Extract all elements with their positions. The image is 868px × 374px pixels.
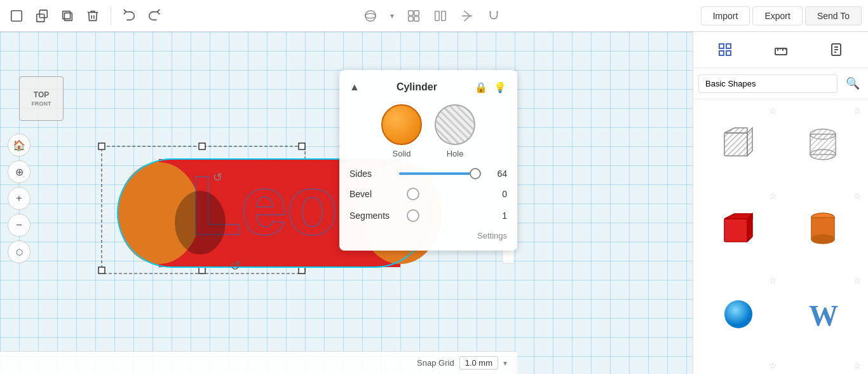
star-icon-5[interactable]: ☆: [769, 275, 777, 286]
hole-option[interactable]: Hole: [435, 104, 475, 158]
tab-notes[interactable]: [810, 37, 863, 62]
svg-rect-34: [726, 44, 731, 48]
sides-label: Sides: [349, 169, 393, 179]
star-icon-1[interactable]: ☆: [769, 106, 777, 116]
duplicate-button[interactable]: [57, 6, 78, 26]
right-panel-tabs: [693, 32, 868, 68]
zoom-out-button[interactable]: −: [8, 214, 31, 237]
flip-icon[interactable]: [457, 6, 477, 26]
svg-rect-0: [11, 10, 22, 21]
svg-point-6: [365, 13, 376, 18]
svg-rect-9: [409, 16, 413, 20]
cube-front-label: FRONT: [32, 100, 51, 107]
svg-text:↺: ↺: [230, 259, 241, 273]
star-icon-3[interactable]: ☆: [769, 191, 777, 201]
svg-rect-47: [724, 133, 747, 156]
svg-rect-3: [63, 11, 71, 18]
svg-rect-21: [199, 267, 205, 274]
shape-img-blue-wavy: W: [801, 292, 845, 336]
snap-dropdown-arrow[interactable]: ▾: [503, 359, 507, 368]
workplane-icon[interactable]: [360, 6, 381, 26]
search-button[interactable]: 🔍: [843, 73, 863, 94]
shape-item-red-cube[interactable]: ☆: [696, 187, 781, 272]
star-icon-4[interactable]: ☆: [853, 191, 862, 201]
bevel-label: Bevel: [349, 189, 400, 199]
perspective-button[interactable]: ⬡: [8, 240, 31, 263]
shapes-search-bar: Basic Shapes Featured Text Letters 🔍: [693, 68, 868, 99]
snap-label: Snap Grid: [417, 358, 454, 368]
star-icon-2[interactable]: ☆: [853, 106, 862, 116]
import-button[interactable]: Import: [701, 6, 750, 25]
export-button[interactable]: Export: [752, 6, 802, 25]
shape-item-orange-cylinder[interactable]: ☆: [781, 187, 866, 272]
cylinder-panel: ▲ Cylinder 🔒 💡 Solid Hole Sides 64: [339, 70, 517, 251]
svg-point-53: [810, 149, 836, 160]
shapes-category-dropdown[interactable]: Basic Shapes Featured Text Letters: [698, 74, 837, 93]
svg-rect-10: [414, 16, 419, 20]
star-icon-7[interactable]: ☆: [769, 361, 777, 371]
canvas-area[interactable]: TOP FRONT 🏠 ⊕ + − ⬡: [0, 32, 693, 374]
undo-button[interactable]: [119, 6, 139, 26]
svg-text:W: W: [809, 300, 838, 332]
settings-link[interactable]: Settings: [349, 231, 507, 240]
tab-grid[interactable]: [698, 37, 752, 62]
hole-label: Hole: [447, 149, 464, 158]
new-button[interactable]: [6, 6, 27, 26]
svg-marker-49: [747, 128, 752, 156]
home-button[interactable]: 🏠: [8, 134, 31, 156]
redo-button[interactable]: [144, 6, 165, 26]
camera-controls: 🏠 ⊕ + − ⬡: [8, 134, 31, 263]
svg-rect-17: [98, 267, 105, 274]
view-cube[interactable]: TOP FRONT: [19, 76, 64, 121]
panel-title: Cylinder: [397, 81, 437, 93]
shape-item-purple-cone[interactable]: ☆: [781, 357, 866, 375]
send-to-button[interactable]: Send To: [805, 6, 862, 25]
panel-collapse-button[interactable]: ▲: [349, 81, 360, 93]
svg-marker-56: [747, 214, 752, 242]
main-toolbar: ▾: [0, 0, 868, 32]
dropdown-arrow[interactable]: ▾: [387, 6, 397, 26]
star-icon-8[interactable]: ☆: [853, 361, 862, 371]
shape-item-blue-wavy[interactable]: ☆ W: [781, 272, 866, 357]
solid-label: Solid: [393, 149, 411, 158]
bevel-value: 0: [484, 189, 507, 199]
zoom-in-button[interactable]: +: [8, 187, 31, 210]
shape-type-options: Solid Hole: [349, 104, 507, 158]
shapes-icon[interactable]: [403, 6, 424, 26]
shape-item-striped-cube[interactable]: ☆: [696, 102, 781, 187]
segments-radio[interactable]: [407, 209, 419, 222]
shape-img-red-cube: [716, 207, 761, 251]
shape-img-blue-sphere: [716, 292, 761, 336]
zoom-fit-button[interactable]: ⊕: [8, 160, 31, 183]
svg-rect-7: [409, 10, 413, 15]
delete-button[interactable]: [83, 6, 103, 26]
magnet-icon[interactable]: [484, 6, 504, 26]
copy-all-button[interactable]: [32, 6, 52, 26]
svg-rect-20: [199, 143, 205, 149]
snap-value[interactable]: 1.0 mm: [459, 356, 498, 370]
shape-item-blue-sphere[interactable]: ☆: [696, 272, 781, 357]
lock-icon[interactable]: 🔒: [474, 80, 488, 94]
sides-slider[interactable]: [399, 172, 481, 175]
svg-point-60: [724, 300, 752, 328]
toolbar-right: Import Export Send To: [701, 6, 862, 25]
sides-value: 64: [487, 169, 507, 179]
shape-img-striped-cube: [716, 122, 761, 167]
svg-rect-19: [299, 267, 305, 274]
panel-header-icons: 🔒 💡: [474, 80, 507, 94]
svg-rect-18: [299, 143, 305, 149]
shape-item-green-pyramid[interactable]: ☆: [696, 357, 781, 375]
bevel-radio[interactable]: [407, 188, 419, 200]
svg-point-5: [365, 10, 376, 21]
svg-text:↺: ↺: [213, 171, 222, 184]
segments-value: 1: [484, 211, 507, 221]
svg-rect-54: [724, 219, 747, 242]
svg-rect-36: [726, 51, 731, 55]
star-icon-6[interactable]: ☆: [853, 275, 862, 286]
visibility-icon[interactable]: 💡: [493, 80, 507, 94]
mirror-icon[interactable]: [430, 6, 451, 26]
solid-option[interactable]: Solid: [381, 104, 422, 158]
hole-circle: [435, 104, 475, 145]
shape-item-gray-cylinder[interactable]: ☆: [781, 102, 866, 187]
tab-ruler[interactable]: [754, 37, 808, 62]
